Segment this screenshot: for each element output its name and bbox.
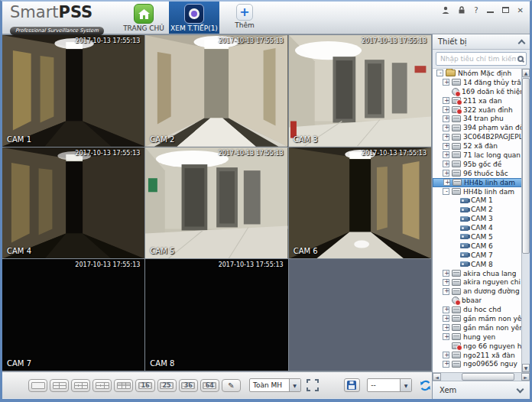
- scroll-left-icon[interactable]: ◄: [433, 373, 441, 381]
- video-tile-cam6[interactable]: 2017-10-13 17:55:13 CAM 6: [289, 148, 431, 259]
- expander-icon[interactable]: [443, 333, 449, 340]
- device-panel-header[interactable]: Thiết bị: [433, 34, 530, 50]
- maximize-icon[interactable]: [502, 7, 509, 15]
- expander-icon[interactable]: [443, 188, 449, 195]
- expander-icon[interactable]: [443, 125, 449, 131]
- tree-item[interactable]: ngo09656 nguy: [433, 360, 530, 369]
- split-1-button[interactable]: [28, 379, 47, 392]
- screen-mode-select[interactable]: Toàn MH ▼: [249, 378, 301, 392]
- tree-item-channel[interactable]: CAM 5: [433, 232, 530, 242]
- expander-icon[interactable]: [436, 70, 443, 76]
- tree-item-channel[interactable]: CAM 4: [433, 223, 530, 232]
- tree-item[interactable]: 96 thuốc bắc: [433, 169, 530, 178]
- tree-item-selected[interactable]: HH4b linh dam: [433, 178, 530, 187]
- expander-icon[interactable]: [443, 270, 449, 277]
- expander-icon[interactable]: [443, 115, 449, 122]
- split-8-button[interactable]: [92, 379, 112, 392]
- tree-item[interactable]: bbaar: [433, 296, 530, 305]
- tab-home[interactable]: TRANG CHỦ: [118, 2, 169, 34]
- video-tile-cam3[interactable]: 2017-10-13 17:55:13 CAM 3: [289, 35, 431, 147]
- split-25-button[interactable]: 25: [157, 379, 177, 392]
- tree-item[interactable]: 14 đăng thủy trâm: [433, 78, 530, 87]
- scroll-down-icon[interactable]: ▼: [522, 364, 530, 372]
- tree-item[interactable]: 71 lac long quan: [433, 151, 530, 160]
- video-tile-cam7[interactable]: 2017-10-13 17:55:13 CAM 7: [2, 259, 144, 371]
- expander-icon[interactable]: [443, 143, 449, 150]
- expander-icon[interactable]: [443, 79, 449, 86]
- tree-item-channel[interactable]: CAM 3: [433, 214, 530, 223]
- video-tile-empty[interactable]: [289, 259, 431, 371]
- expander-icon[interactable]: [443, 315, 449, 322]
- tree-item[interactable]: 394 phạm văn đồng: [433, 123, 530, 132]
- view-panel-header[interactable]: Xem: [433, 381, 530, 399]
- expander-icon[interactable]: [443, 352, 449, 358]
- video-tile-cam2[interactable]: 2017-10-13 17:55:13 CAM 2: [145, 35, 287, 147]
- split-9-button[interactable]: [114, 379, 133, 392]
- tab-add[interactable]: + Thêm: [219, 2, 270, 34]
- expander-icon[interactable]: [443, 361, 449, 368]
- search-input[interactable]: [439, 55, 517, 63]
- fullscreen-icon[interactable]: [307, 379, 319, 391]
- custom-split-button[interactable]: ✎: [222, 379, 241, 392]
- lock-icon[interactable]: [458, 6, 466, 15]
- scrollbar-thumb[interactable]: [522, 78, 530, 254]
- tree-item-channel[interactable]: CAM 8: [433, 260, 530, 269]
- video-tile-cam1[interactable]: 2017-10-13 17:55:13 CAM 1: [2, 35, 144, 147]
- tree-item[interactable]: 95b gốc đề: [433, 160, 530, 169]
- tree-item[interactable]: 211 xa dan: [433, 96, 530, 105]
- stream-select[interactable]: -- ▼: [367, 378, 412, 392]
- expander-icon[interactable]: [443, 288, 449, 295]
- tree-item[interactable]: akira nguyen chi thanh: [433, 277, 530, 287]
- expander-icon[interactable]: [443, 134, 449, 141]
- expander-icon[interactable]: [443, 306, 449, 313]
- tree-item[interactable]: du hoc chd: [433, 305, 530, 314]
- tree-item-channel[interactable]: CAM 2: [433, 205, 530, 214]
- split-6-button[interactable]: [71, 379, 90, 392]
- minimize-icon[interactable]: [487, 7, 494, 15]
- help-icon[interactable]: ?: [474, 7, 478, 15]
- tree-item-channel[interactable]: CAM 6: [433, 242, 530, 251]
- tab-live-view[interactable]: XEM T.TIẾP(1): [169, 2, 219, 34]
- tree-item[interactable]: hung yen: [433, 332, 530, 342]
- expander-icon[interactable]: [443, 279, 449, 286]
- tree-item[interactable]: 322 xuân đỉnh: [433, 105, 530, 115]
- scroll-up-icon[interactable]: ▲: [522, 69, 530, 77]
- close-icon[interactable]: ✕: [517, 7, 524, 15]
- horizontal-scrollbar[interactable]: ◄ ►: [433, 372, 530, 381]
- split-36-button[interactable]: 36: [179, 379, 198, 392]
- expander-icon[interactable]: [443, 324, 449, 331]
- tree-item[interactable]: an dương đường 5: [433, 287, 530, 296]
- tree-item[interactable]: 34 tran phu: [433, 114, 530, 123]
- split-16-button[interactable]: 16: [135, 379, 154, 392]
- user-icon[interactable]: [442, 6, 449, 15]
- search-icon[interactable]: [517, 56, 524, 62]
- expander-icon[interactable]: [443, 160, 449, 167]
- tree-item[interactable]: 169 doãn kế thiện: [433, 87, 530, 96]
- tree-item[interactable]: 3C064B2PAGJEPL: [433, 132, 530, 141]
- video-tile-cam4[interactable]: 2017-10-13 17:55:13 CAM 4: [2, 148, 144, 259]
- video-tile-cam5[interactable]: 2017-10-13 17:55:13 CAM 5: [145, 148, 287, 259]
- tree-item[interactable]: gần mần non yên h: [433, 323, 530, 332]
- tree-item-channel[interactable]: CAM 1: [433, 196, 530, 205]
- expander-icon[interactable]: [443, 151, 449, 158]
- tree-group-default[interactable]: Nhóm Mặc định: [433, 69, 530, 78]
- expander-icon[interactable]: [443, 106, 449, 113]
- tree-item[interactable]: 52 xã đàn: [433, 141, 530, 151]
- split-4-button[interactable]: [50, 379, 69, 392]
- expander-icon[interactable]: [443, 97, 449, 104]
- refresh-icon[interactable]: [419, 379, 432, 392]
- expander-icon[interactable]: [443, 170, 449, 177]
- scrollbar-thumb[interactable]: [462, 373, 514, 381]
- tree-item[interactable]: gần mầm non yên: [433, 314, 530, 323]
- scroll-right-icon[interactable]: ►: [521, 373, 530, 381]
- save-view-button[interactable]: [344, 378, 361, 392]
- split-64-button[interactable]: 64: [200, 379, 219, 392]
- tree-item[interactable]: akira chua lang: [433, 269, 530, 278]
- video-tile-cam8[interactable]: 2017-10-13 17:55:13 CAM 8: [145, 259, 287, 371]
- vertical-scrollbar[interactable]: ▲ ▼: [521, 69, 530, 372]
- tree-item[interactable]: ngo211 xã đàn: [433, 351, 530, 360]
- tree-item-channel[interactable]: CAM 7: [433, 251, 530, 260]
- expander-icon[interactable]: [443, 179, 450, 186]
- tree-item[interactable]: HH4b linh dam: [433, 187, 530, 196]
- tree-item[interactable]: ngo 66 nguyen hoa: [433, 342, 530, 351]
